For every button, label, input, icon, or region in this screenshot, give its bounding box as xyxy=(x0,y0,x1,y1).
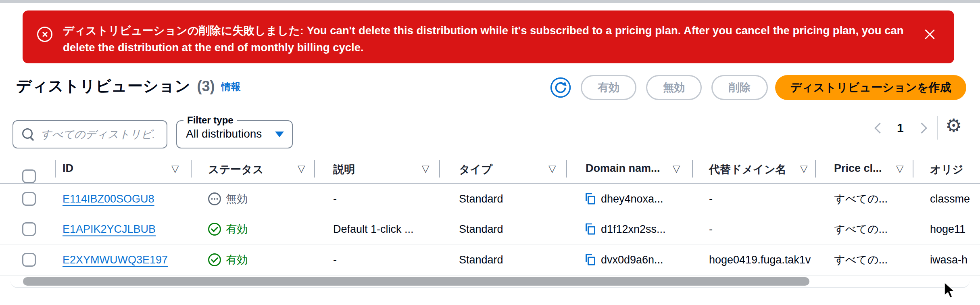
copy-icon[interactable] xyxy=(586,254,595,265)
column-filter-icon[interactable]: ▽ xyxy=(673,163,680,174)
price-class-cell: すべての... xyxy=(834,253,888,267)
status-label: 有効 xyxy=(226,253,248,267)
refresh-icon xyxy=(550,77,571,98)
column-filter-icon[interactable]: ▽ xyxy=(422,163,429,174)
column-header[interactable]: タイプ xyxy=(459,162,492,177)
column-filter-icon[interactable]: ▽ xyxy=(548,163,556,174)
column-header[interactable]: Domain nam... xyxy=(586,162,660,175)
column-divider xyxy=(815,160,816,178)
create-distribution-button[interactable]: ディストリビューションを作成 xyxy=(775,75,966,100)
column-divider xyxy=(692,160,693,178)
gear-icon[interactable]: ⚙ xyxy=(945,116,962,135)
current-page[interactable]: 1 xyxy=(897,121,904,135)
distribution-id-link[interactable]: E114IBZ00SOGU8 xyxy=(63,192,154,205)
origin-cell: classme xyxy=(930,192,970,205)
origin-cell: iwasa-h xyxy=(930,253,967,266)
page-title: ディストリビューション xyxy=(16,76,190,96)
table-row: E2XYMWUWQ3E197有効-Standarddvx0d9a6n...hog… xyxy=(0,244,980,276)
status-icon xyxy=(208,223,221,236)
status-label: 無効 xyxy=(226,192,248,206)
price-class-cell: すべての... xyxy=(834,192,888,206)
info-link[interactable]: 情報 xyxy=(221,80,240,93)
column-divider xyxy=(913,160,913,178)
enable-button[interactable]: 有効 xyxy=(581,75,636,100)
column-filter-icon[interactable]: ▽ xyxy=(171,163,179,174)
select-all-checkbox[interactable] xyxy=(22,169,36,183)
mouse-cursor xyxy=(943,282,959,301)
horizontal-scrollbar[interactable] xyxy=(23,277,809,286)
column-divider xyxy=(566,160,567,178)
flashbar-message: ディストリビューションの削除に失敗しました: You can't delete … xyxy=(63,22,910,56)
disable-button[interactable]: 無効 xyxy=(646,75,702,100)
price-class-cell: すべての... xyxy=(834,222,888,236)
type-cell: Standard xyxy=(459,192,503,205)
filter-type-select[interactable]: Filter type All distributions xyxy=(176,120,293,148)
previous-page-button[interactable] xyxy=(874,123,885,134)
distribution-count: (3) xyxy=(197,78,215,95)
table-row: E1APIK2YCJLBUB有効Default 1-click ...Stand… xyxy=(0,214,980,245)
description-cell: - xyxy=(333,192,337,205)
status-cell: 有効 xyxy=(208,253,248,267)
column-header[interactable]: Price cl... xyxy=(834,162,882,175)
status-label: 有効 xyxy=(226,222,248,236)
row-checkbox[interactable] xyxy=(22,222,36,236)
column-divider xyxy=(55,160,56,178)
column-header[interactable]: ID xyxy=(63,162,73,175)
close-icon[interactable] xyxy=(923,27,936,41)
copy-icon[interactable] xyxy=(586,224,595,235)
distribution-id-link[interactable]: E1APIK2YCJLBUB xyxy=(63,223,156,235)
refresh-button[interactable] xyxy=(550,77,571,98)
domain-cell: dvx0d9a6n... xyxy=(586,253,663,266)
search-box xyxy=(13,120,167,148)
row-checkbox[interactable] xyxy=(22,192,36,206)
column-divider xyxy=(191,160,192,178)
delete-button[interactable]: 削除 xyxy=(711,75,768,100)
domain-cell: d1f12xn2ss... xyxy=(586,223,666,235)
column-filter-icon[interactable]: ▽ xyxy=(896,163,903,174)
row-checkbox[interactable] xyxy=(22,253,36,267)
table-row: E114IBZ00SOGU8無効-Standarddhey4noxa...-すべ… xyxy=(0,184,980,215)
column-divider xyxy=(439,160,440,178)
column-filter-icon[interactable]: ▽ xyxy=(800,163,807,174)
search-icon xyxy=(22,128,35,141)
chevron-down-icon xyxy=(275,132,284,137)
error-flashbar: ディストリビューションの削除に失敗しました: You can't delete … xyxy=(23,10,954,63)
distribution-id-link[interactable]: E2XYMWUWQ3E197 xyxy=(63,253,168,266)
top-divider-bar xyxy=(0,0,980,3)
status-icon xyxy=(208,253,221,266)
type-cell: Standard xyxy=(459,223,503,235)
domain-name: dvx0d9a6n... xyxy=(601,253,663,266)
description-cell: Default 1-click ... xyxy=(333,223,414,235)
domain-name: dhey4noxa... xyxy=(601,192,663,205)
next-page-button[interactable] xyxy=(916,123,927,134)
search-input[interactable] xyxy=(40,123,163,146)
type-cell: Standard xyxy=(459,253,503,266)
column-header[interactable]: オリジ xyxy=(930,162,963,177)
column-filter-icon[interactable]: ▽ xyxy=(298,163,305,174)
toolbar-divider xyxy=(937,116,938,140)
status-icon xyxy=(208,192,221,205)
cloudfront-distributions-page: ディストリビューションの削除に失敗しました: You can't delete … xyxy=(0,0,980,305)
status-cell: 有効 xyxy=(208,222,248,236)
column-header[interactable]: 代替ドメイン名 xyxy=(709,162,786,177)
status-cell: 無効 xyxy=(208,192,248,206)
flashbar-title: ディストリビューションの削除に失敗しました: xyxy=(63,24,304,37)
filter-type-value: All distributions xyxy=(186,127,262,140)
alt-domain-cell: - xyxy=(709,192,713,205)
error-status-icon xyxy=(37,27,52,42)
domain-name: d1f12xn2ss... xyxy=(601,223,666,235)
column-header[interactable]: 説明 xyxy=(333,162,355,177)
column-header[interactable]: ステータス xyxy=(208,162,264,177)
alt-domain-cell: hoge0419.fuga.tak1v xyxy=(709,253,811,266)
origin-cell: hoge11 xyxy=(930,223,965,235)
alt-domain-cell: - xyxy=(709,223,713,235)
page-header: ディストリビューション (3) 情報 xyxy=(16,76,240,100)
column-divider xyxy=(314,160,315,178)
filter-type-label: Filter type xyxy=(183,115,237,126)
domain-cell: dhey4noxa... xyxy=(586,192,663,205)
table-header: ID▽ステータス▽説明▽タイプ▽Domain nam...▽代替ドメイン名▽Pr… xyxy=(0,157,980,184)
copy-icon[interactable] xyxy=(586,193,595,205)
description-cell: - xyxy=(333,253,337,266)
